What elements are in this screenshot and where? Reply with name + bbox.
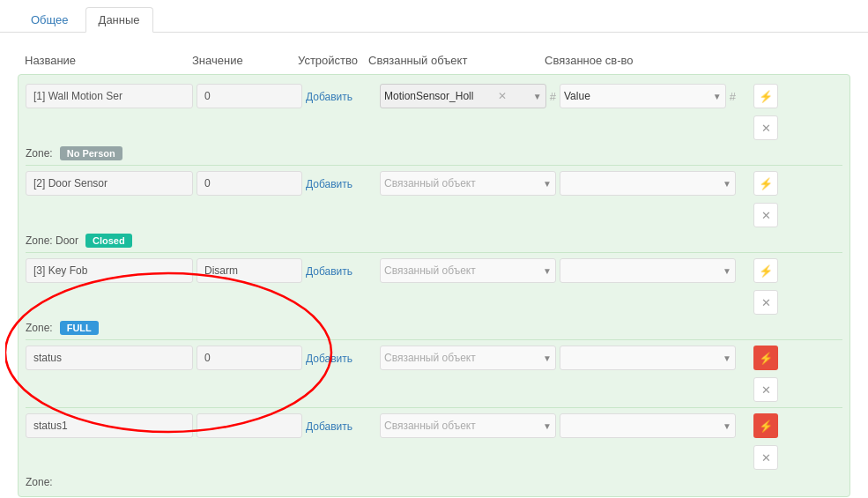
lightning-btn-red-5[interactable]: ⚡ xyxy=(753,413,778,438)
add-link-5[interactable]: Добавить xyxy=(306,420,376,433)
delete-row-4: ✕ xyxy=(26,374,842,405)
delete-btn-4[interactable]: ✕ xyxy=(753,377,778,402)
property-select-4[interactable]: ▼ xyxy=(560,346,736,370)
zone-label-1: Zone: xyxy=(26,147,53,160)
property-select-5[interactable]: ▼ xyxy=(560,413,736,438)
property-text-1: Value xyxy=(564,90,590,102)
value-field-2 xyxy=(197,171,302,196)
header-linked-object: Связанный объект xyxy=(368,54,545,67)
action-btns-1: ⚡ xyxy=(739,84,792,108)
tab-general[interactable]: Общее xyxy=(18,7,82,32)
table-row-2: Добавить Связанный объект ▼ ▼ ⚡ xyxy=(26,167,842,199)
value-input-1[interactable] xyxy=(197,84,302,108)
property-col-1: Value ▼ # xyxy=(560,84,736,108)
action-btns-2: ⚡ xyxy=(739,171,792,196)
name-input-2[interactable] xyxy=(26,171,193,196)
add-anchor-1[interactable]: Добавить xyxy=(306,91,352,103)
value-field-3 xyxy=(197,258,302,283)
property-arrow-4[interactable]: ▼ xyxy=(723,353,731,363)
property-arrow-5[interactable]: ▼ xyxy=(723,421,731,431)
data-section: Добавить MotionSensor_Holl ✕ ▼ # Value ▼… xyxy=(18,74,850,497)
linked-object-col-5: Связанный объект ▼ xyxy=(380,413,556,438)
zone-label-5: Zone: xyxy=(26,476,53,488)
linked-object-empty-3[interactable]: Связанный объект ▼ xyxy=(380,258,556,283)
name-input-4[interactable] xyxy=(26,346,193,370)
property-select-1[interactable]: Value ▼ xyxy=(560,84,726,108)
linked-object-empty-4[interactable]: Связанный объект ▼ xyxy=(380,346,556,370)
name-field-4 xyxy=(26,346,193,370)
lightning-btn-1[interactable]: ⚡ xyxy=(753,84,778,108)
value-input-4[interactable] xyxy=(197,346,302,370)
name-input-1[interactable] xyxy=(26,84,193,108)
dropdown-arrow-4[interactable]: ▼ xyxy=(543,353,552,363)
lightning-btn-3[interactable]: ⚡ xyxy=(753,258,778,283)
value-input-3[interactable] xyxy=(197,258,302,283)
dropdown-arrow-5[interactable]: ▼ xyxy=(543,421,552,431)
property-arrow-2[interactable]: ▼ xyxy=(723,179,731,189)
header-linked-property: Связанное св-во xyxy=(545,54,721,67)
header-value: Значение xyxy=(192,54,298,67)
name-field-1 xyxy=(26,84,193,108)
dropdown-arrow-3[interactable]: ▼ xyxy=(543,266,552,276)
linked-object-empty-2[interactable]: Связанный объект ▼ xyxy=(380,171,556,196)
linked-object-col-3: Связанный объект ▼ xyxy=(380,258,556,283)
zone-row-2: Zone: Door Closed xyxy=(26,231,842,250)
dropdown-arrow-1[interactable]: ▼ xyxy=(533,92,542,101)
property-arrow-3[interactable]: ▼ xyxy=(723,266,731,276)
delete-btns-5: ✕ xyxy=(739,445,792,470)
add-anchor-2[interactable]: Добавить xyxy=(306,178,352,190)
delete-btn-1[interactable]: ✕ xyxy=(753,115,778,140)
header-name: Название xyxy=(25,54,192,67)
action-btns-3: ⚡ xyxy=(739,258,792,283)
table-row: Добавить MotionSensor_Holl ✕ ▼ # Value ▼… xyxy=(26,80,842,112)
value-input-2[interactable] xyxy=(197,171,302,196)
zone-label-3: Zone: xyxy=(26,322,53,334)
delete-row-1: ✕ xyxy=(26,112,842,144)
value-field-1 xyxy=(197,84,302,108)
add-anchor-3[interactable]: Добавить xyxy=(306,265,352,278)
delete-btns-2: ✕ xyxy=(739,203,792,227)
tab-data[interactable]: Данные xyxy=(85,7,153,33)
delete-btns-4: ✕ xyxy=(739,377,792,402)
add-link-3[interactable]: Добавить xyxy=(306,264,376,278)
dropdown-arrow-2[interactable]: ▼ xyxy=(543,179,552,189)
name-input-5[interactable] xyxy=(26,413,193,438)
delete-row-3: ✕ xyxy=(26,286,842,318)
add-link-2[interactable]: Добавить xyxy=(306,177,376,190)
delete-row-2: ✕ xyxy=(26,199,842,231)
linked-object-empty-5[interactable]: Связанный объект ▼ xyxy=(380,413,556,438)
zone-badge-1: No Person xyxy=(60,146,122,160)
add-anchor-5[interactable]: Добавить xyxy=(306,420,352,433)
zone-row-1: Zone: No Person xyxy=(26,144,842,163)
linked-object-text-1: MotionSensor_Holl xyxy=(384,90,473,102)
table-row-3: Добавить Связанный объект ▼ ▼ ⚡ xyxy=(26,255,842,286)
property-arrow-1[interactable]: ▼ xyxy=(713,92,722,101)
linked-object-filled-1[interactable]: MotionSensor_Holl ✕ ▼ xyxy=(380,84,546,108)
property-select-3[interactable]: ▼ xyxy=(560,258,736,283)
value-input-5[interactable] xyxy=(197,413,302,438)
hash-label-1: # xyxy=(550,90,556,103)
action-btns-5: ⚡ xyxy=(739,413,792,438)
add-link-4[interactable]: Добавить xyxy=(306,352,376,365)
clear-linked-icon-1[interactable]: ✕ xyxy=(498,90,507,102)
linked-object-col-2: Связанный объект ▼ xyxy=(380,171,556,196)
linked-placeholder-2: Связанный объект xyxy=(384,177,476,190)
zone-badge-2: Closed xyxy=(85,234,132,248)
name-input-3[interactable] xyxy=(26,258,193,283)
add-anchor-4[interactable]: Добавить xyxy=(306,353,352,365)
delete-btn-5[interactable]: ✕ xyxy=(753,445,778,470)
value-field-4 xyxy=(197,346,302,370)
delete-btn-2[interactable]: ✕ xyxy=(753,203,778,227)
linked-placeholder-5: Связанный объект xyxy=(384,420,476,432)
lightning-btn-2[interactable]: ⚡ xyxy=(753,171,778,196)
property-col-5: ▼ xyxy=(560,413,736,438)
table-row-5: Добавить Связанный объект ▼ ▼ ⚡ xyxy=(26,410,842,442)
delete-btn-3[interactable]: ✕ xyxy=(753,290,778,315)
lightning-btn-red-4[interactable]: ⚡ xyxy=(753,346,778,370)
main-content: Название Значение Устройство Связанный о… xyxy=(0,41,868,498)
name-field-3 xyxy=(26,258,193,283)
header-actions xyxy=(721,54,774,67)
add-link-1[interactable]: Добавить xyxy=(306,90,376,103)
property-col-3: ▼ xyxy=(560,258,736,283)
property-select-2[interactable]: ▼ xyxy=(560,171,736,196)
